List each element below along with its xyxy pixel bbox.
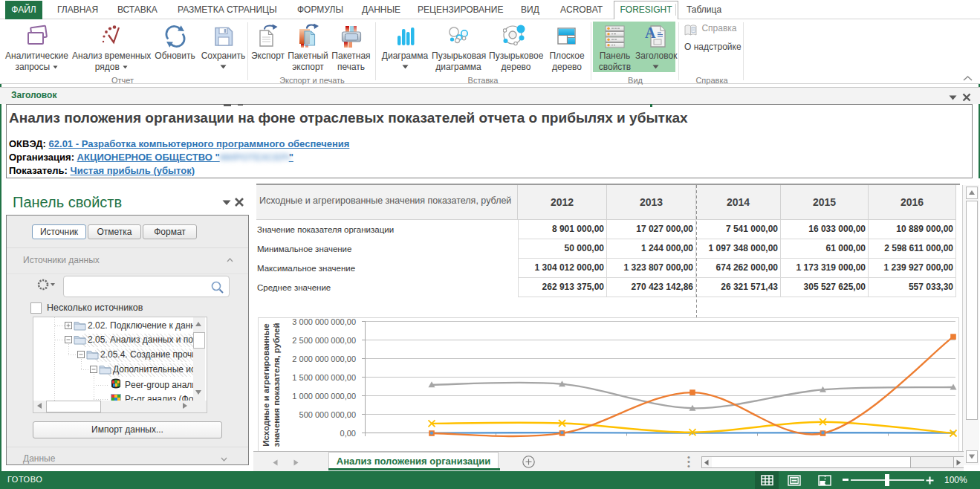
- svg-text:2 000 000 000,00: 2 000 000 000,00: [292, 354, 356, 363]
- svg-text:A: A: [645, 25, 656, 41]
- svg-text:0,00: 0,00: [340, 429, 356, 438]
- svg-text:значения показателя, рублей: значения показателя, рублей: [272, 323, 281, 447]
- svg-text:500 000 000,00: 500 000 000,00: [299, 410, 356, 419]
- svg-text:1 500 000 000,00: 1 500 000 000,00: [292, 373, 356, 382]
- svg-text:2 500 000 000,00: 2 500 000 000,00: [292, 336, 356, 345]
- svg-text:3 000 000 000,00: 3 000 000 000,00: [292, 318, 356, 326]
- svg-text:Исходные и агрегированные: Исходные и агрегированные: [262, 323, 270, 446]
- svg-text:1 000 000 000,00: 1 000 000 000,00: [292, 392, 356, 401]
